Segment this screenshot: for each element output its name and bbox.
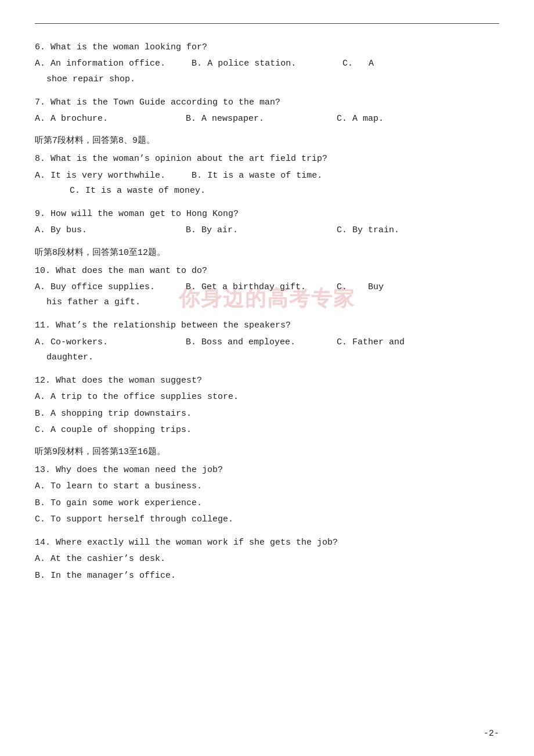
question-7: 7. What is the Town Guide according to t… <box>35 95 499 127</box>
q10-option-b: B. Get a birthday gift. <box>186 280 337 295</box>
q12-option-c: C. A couple of shopping trips. <box>35 423 499 438</box>
q11-option-a: A. Co-workers. <box>35 335 186 350</box>
q7-option-b: B. A newspaper. <box>186 111 337 127</box>
q10-option-a: A. Buy office supplies. <box>35 280 186 295</box>
question-14: 14. Where exactly will the woman work if… <box>35 535 499 584</box>
q14-text: 14. Where exactly will the woman work if… <box>35 535 499 550</box>
q7-text: 7. What is the Town Guide according to t… <box>35 95 499 110</box>
q7-options: A. A brochure. B. A newspaper. C. A map. <box>35 111 499 127</box>
q7-option-c: C. A map. <box>337 111 482 127</box>
q13-option-c: C. To support herself through college. <box>35 512 499 527</box>
q6-option-a: A. An information office. <box>35 56 192 71</box>
question-9: 9. How will the woman get to Hong Kong? … <box>35 207 499 239</box>
q8-option-c: C. It is a waste of money. <box>35 183 499 199</box>
question-13: 13. Why does the woman need the job? A. … <box>35 463 499 527</box>
page-number: -2- <box>484 729 499 739</box>
question-10: 10. What does the man want to do? A. Buy… <box>35 264 499 311</box>
question-11: 11. What’s the relationship between the … <box>35 318 499 365</box>
q9-options: A. By bus. B. By air. C. By train. <box>35 223 499 238</box>
page-container: 6. What is the woman looking for? A. An … <box>0 0 534 756</box>
q11-text: 11. What’s the relationship between the … <box>35 318 499 333</box>
section-header-10-12: 听第8段材料，回答第10至12题。 <box>35 247 499 258</box>
q6-option-c: C. A <box>342 56 488 71</box>
section-header-8-9: 听第7段材料，回答第8、9题。 <box>35 135 499 146</box>
section-header-13-16: 听第9段材料，回答第13至16题。 <box>35 446 499 457</box>
q6-options: A. An information office. B. A police st… <box>35 56 499 71</box>
q10-continuation: his father a gift. <box>35 295 499 310</box>
q14-option-b: B. In the manager’s office. <box>35 568 499 584</box>
q7-option-a: A. A brochure. <box>35 111 186 127</box>
q9-option-c: C. By train. <box>337 223 482 238</box>
q11-option-c-label: C. Father and <box>337 335 482 350</box>
q9-option-b: B. By air. <box>186 223 337 238</box>
q13-text: 13. Why does the woman need the job? <box>35 463 499 478</box>
q11-options: A. Co-workers. B. Boss and employee. C. … <box>35 335 499 350</box>
q8-option-a: A. It is very worthwhile. <box>35 168 192 183</box>
q12-option-a: A. A trip to the office supplies store. <box>35 390 499 405</box>
question-8: 8. What is the woman’s opinion about the… <box>35 152 499 199</box>
q12-text: 12. What does the woman suggest? <box>35 373 499 388</box>
q13-option-b: B. To gain some work experience. <box>35 496 499 511</box>
question-12: 12. What does the woman suggest? A. A tr… <box>35 373 499 438</box>
q11-continuation: daughter. <box>35 350 499 365</box>
q9-text: 9. How will the woman get to Hong Kong? <box>35 207 499 222</box>
q11-option-b: B. Boss and employee. <box>186 335 337 350</box>
q10-options: A. Buy office supplies. B. Get a birthda… <box>35 280 499 295</box>
q8-text: 8. What is the woman’s opinion about the… <box>35 152 499 167</box>
q12-option-b: B. A shopping trip downstairs. <box>35 406 499 422</box>
q6-option-b: B. A police station. <box>192 56 342 71</box>
q14-option-a: A. At the cashier’s desk. <box>35 552 499 567</box>
q10-text: 10. What does the man want to do? <box>35 264 499 279</box>
q6-continuation: shoe repair shop. <box>35 72 499 87</box>
q6-text: 6. What is the woman looking for? <box>35 40 499 55</box>
q13-option-a: A. To learn to start a business. <box>35 479 499 494</box>
top-divider <box>35 23 499 24</box>
question-6: 6. What is the woman looking for? A. An … <box>35 40 499 87</box>
q8-option-b: B. It is a waste of time. <box>192 168 342 183</box>
q10-option-c-label: C. Buy <box>337 280 482 295</box>
q8-options: A. It is very worthwhile. B. It is a was… <box>35 168 499 183</box>
q9-option-a: A. By bus. <box>35 223 186 238</box>
